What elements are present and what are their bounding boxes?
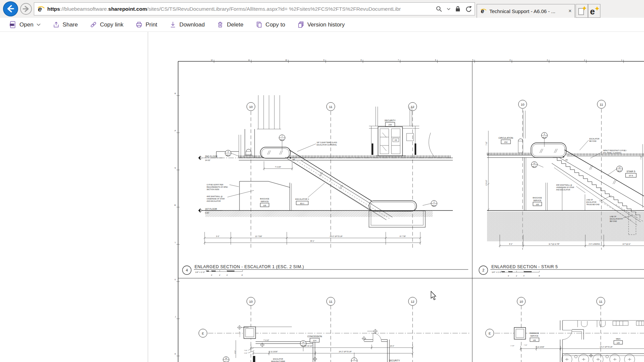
detail-callout: 12A6.72 bbox=[531, 162, 543, 168]
url-text: https://bluebeamsoftware.sharepoint.com/… bbox=[47, 6, 434, 12]
svg-text:SERVICE: SERVICE bbox=[533, 199, 541, 201]
svg-text:UNDERSIDE OF STAIR: UNDERSIDE OF STAIR bbox=[556, 186, 574, 188]
svg-text:13 T @ 11": 13 T @ 11" bbox=[623, 243, 631, 245]
svg-text:12: 12 bbox=[411, 300, 415, 303]
svg-text:2'-1/2": 2'-1/2" bbox=[511, 345, 515, 347]
svg-text:LINE OF: LINE OF bbox=[610, 216, 616, 218]
svg-text:BEYOND: BEYOND bbox=[610, 220, 617, 222]
version-history-button[interactable]: Version history bbox=[297, 21, 345, 28]
svg-text:7: 7 bbox=[398, 59, 399, 61]
mouse-cursor bbox=[431, 291, 436, 300]
svg-text:146: 146 bbox=[533, 339, 536, 341]
ie-logo-icon: e bbox=[37, 5, 45, 13]
svg-text:125: 125 bbox=[616, 342, 620, 344]
svg-text:ESCALATOR: ESCALATOR bbox=[589, 138, 599, 140]
svg-text:ESCALATOR: ESCALATOR bbox=[273, 358, 283, 360]
svg-text:IMPACT RESISTANT GYP BD /: IMPACT RESISTANT GYP BD / bbox=[603, 149, 627, 152]
svg-text:A6.72: A6.72 bbox=[532, 166, 536, 168]
forward-button[interactable] bbox=[20, 3, 32, 15]
svg-text:12: 12 bbox=[619, 167, 621, 169]
svg-text:M: M bbox=[174, 204, 176, 206]
address-bar[interactable]: e https://bluebeamsoftware.sharepoint.co… bbox=[34, 2, 475, 15]
svg-text:4: 4 bbox=[186, 268, 188, 272]
back-button[interactable] bbox=[3, 1, 18, 16]
share-button[interactable]: Share bbox=[53, 21, 78, 28]
browser-top-bar: e https://bluebeamsoftware.sharepoint.co… bbox=[0, 0, 644, 18]
svg-text:J: J bbox=[175, 316, 176, 318]
svg-text:10: 10 bbox=[285, 59, 287, 61]
svg-text:6'-5 1/2": 6'-5 1/2" bbox=[486, 180, 487, 185]
dimension-string-bottom: 3'-0" 12'-7 5/8" 24'-6" UP TO UP 8'-7 7/… bbox=[204, 232, 421, 245]
svg-text:10: 10 bbox=[249, 105, 253, 109]
note-shaftwall-stair: 4HR SHAFTWALL @ UNDERSIDE OF STAIR AND E… bbox=[556, 184, 585, 193]
svg-text:4HR SHAFTWALL @: 4HR SHAFTWALL @ bbox=[207, 195, 223, 197]
svg-text:12: 12 bbox=[211, 59, 213, 61]
svg-text:16: 16 bbox=[225, 357, 227, 359]
svg-text:12: 12 bbox=[533, 162, 535, 164]
svg-text:2 1/2": 2 1/2" bbox=[244, 352, 248, 354]
svg-text:BAGGAGE: BAGGAGE bbox=[260, 198, 269, 200]
forward-arrow-icon bbox=[21, 4, 31, 14]
open-button[interactable]: PDF Open bbox=[9, 21, 41, 28]
share-icon bbox=[53, 21, 60, 28]
svg-text:10: 10 bbox=[521, 103, 525, 106]
svg-text:105: 105 bbox=[536, 203, 539, 205]
browser-tab[interactable]: e Technical Support - A6.06 - ... × bbox=[477, 4, 575, 18]
trash-icon bbox=[217, 21, 224, 28]
svg-text:12'-7 5/8": 12'-7 5/8" bbox=[255, 235, 262, 237]
svg-text:P: P bbox=[175, 130, 176, 132]
detail-callout: 16A6.02 bbox=[223, 357, 229, 362]
svg-text:33'-10 1/2": 33'-10 1/2" bbox=[305, 345, 313, 347]
dimension-landing: 7'-0 3/4" bbox=[263, 161, 293, 170]
svg-text:ENLARGED SECTION - STAIR 5: ENLARGED SECTION - STAIR 5 bbox=[491, 264, 558, 269]
svg-text:3'-11 13/16": 3'-11 13/16" bbox=[536, 346, 544, 348]
svg-text:REQUIREMENTS OF SPEC: REQUIREMENTS OF SPEC bbox=[207, 186, 228, 188]
svg-text:14: 14 bbox=[302, 341, 304, 343]
svg-text:0': 0' bbox=[211, 274, 212, 276]
note-glass-guardrail: 3/8" CLEAR TEMP. GLASS ESCALATOR GUARDRA… bbox=[297, 141, 337, 152]
svg-text:24'-2" UP TO UP: 24'-2" UP TO UP bbox=[339, 351, 352, 353]
svg-text:4': 4' bbox=[226, 274, 228, 276]
refresh-icon[interactable] bbox=[465, 6, 472, 12]
new-tab-button[interactable] bbox=[576, 4, 588, 18]
sheet-top-ruler: 1211 109 87 65 43 21 bbox=[211, 59, 624, 63]
svg-text:2': 2' bbox=[219, 274, 220, 276]
ie-tab-icon: e bbox=[480, 8, 487, 14]
svg-text:MEN: MEN bbox=[616, 338, 620, 340]
svg-text:4: 4 bbox=[509, 59, 511, 61]
svg-text:8'-7 7/8": 8'-7 7/8" bbox=[400, 235, 406, 237]
plan-drawing-right: 10 11 E BAGGAGE SERVICE 146 MEN 125 3'-1… bbox=[486, 297, 644, 362]
svg-text:10'-2": 10'-2" bbox=[390, 345, 394, 347]
level-marker-2nd-floor: 2ND FLOOR 14.02' bbox=[198, 155, 222, 161]
print-button[interactable]: Print bbox=[136, 21, 157, 28]
svg-text:2ND FLOOR: 2ND FLOOR bbox=[205, 155, 218, 158]
svg-text:1/4" = 1'-0": 1/4" = 1'-0" bbox=[492, 271, 501, 273]
tab-close-icon[interactable]: × bbox=[569, 8, 572, 14]
svg-text:1: 1 bbox=[621, 59, 622, 61]
svg-text:E: E bbox=[202, 331, 204, 335]
svg-text:2': 2' bbox=[516, 275, 517, 277]
svg-text:2: 2 bbox=[584, 59, 585, 61]
svg-text:A6.42: A6.42 bbox=[542, 137, 546, 138]
svg-text:E: E bbox=[489, 331, 491, 335]
note-impact-resistant: IMPACT RESISTANT GYP BD / MTL PANEL CLAD… bbox=[590, 149, 627, 158]
download-button[interactable]: Download bbox=[169, 21, 205, 28]
svg-text:11: 11 bbox=[600, 103, 603, 106]
svg-text:230: 230 bbox=[388, 124, 392, 126]
copy-to-button[interactable]: Copy to bbox=[256, 21, 285, 28]
note-gyp-soffit: GYP BD SOFFIT PER REQUIREMENTS OF SPEC S… bbox=[207, 184, 239, 190]
detail-callout: 6 bbox=[351, 353, 357, 362]
svg-text:24'-2" UP TO UP: 24'-2" UP TO UP bbox=[600, 346, 612, 348]
search-icon[interactable] bbox=[436, 6, 442, 12]
svg-text:A6.41: A6.41 bbox=[432, 205, 436, 206]
chevron-down-icon[interactable] bbox=[447, 8, 450, 10]
copy-link-button[interactable]: Copy link bbox=[90, 21, 123, 28]
svg-text:SECURITY: SECURITY bbox=[385, 119, 396, 122]
detail-callout: 2A6.41 bbox=[423, 200, 437, 206]
svg-text:BEYOND: BEYOND bbox=[589, 140, 597, 142]
delete-button[interactable]: Delete bbox=[217, 21, 243, 28]
lavatory-fixtures bbox=[562, 354, 635, 362]
open-with-edge-button[interactable]: e bbox=[588, 4, 600, 18]
url-scheme: https bbox=[47, 6, 60, 12]
svg-text:4HR SHAFTWALL @: 4HR SHAFTWALL @ bbox=[556, 184, 572, 186]
